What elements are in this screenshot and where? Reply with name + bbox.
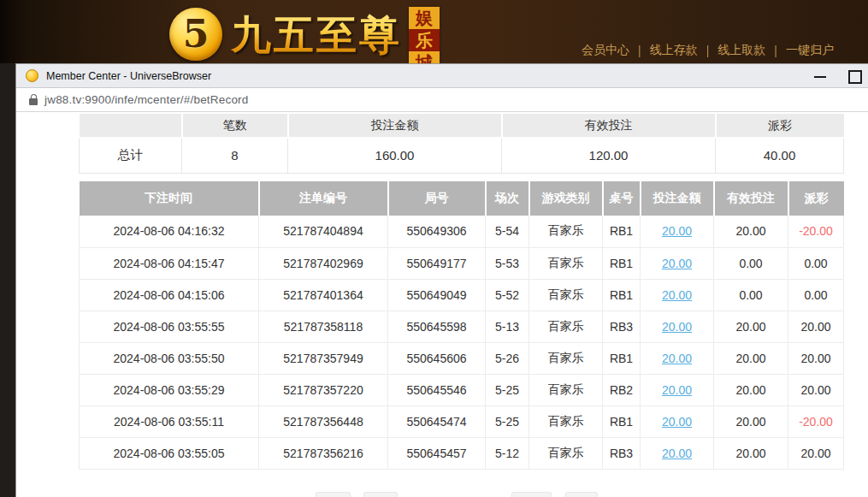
table-cell: 20.00: [641, 279, 714, 311]
site-header: 5 九五至尊 娱 乐 城 会员中心 | 线上存款 | 线上取款 | 一键归户: [0, 0, 868, 63]
table-cell: 2024-08-06 04:16:32: [80, 216, 259, 247]
table-cell: 521787358118: [259, 311, 388, 342]
address-bar[interactable]: jw88.tv:9900/infe/mcenter/#/betRecord: [16, 88, 868, 112]
table-cell: 20.00: [641, 437, 714, 469]
column-header: 下注时间: [80, 181, 259, 216]
page-content: 笔数投注金额有效投注派彩 总计8160.00120.0040.00 下注时间注单…: [16, 112, 868, 497]
table-cell: 521787356448: [259, 405, 388, 437]
pagination-button[interactable]: [316, 492, 351, 497]
table-row: 总计8160.00120.0040.00: [80, 138, 844, 173]
table-row: 2024-08-06 04:15:47521787402969550649177…: [80, 247, 844, 279]
bet-body: 2024-08-06 04:16:32521787404894550649306…: [80, 216, 844, 469]
bet-amount-link[interactable]: 20.00: [662, 383, 692, 397]
table-cell: 20.00: [714, 216, 788, 247]
window-app-icon: [26, 69, 38, 82]
brand-name: 九五至尊: [231, 9, 402, 61]
table-cell: 百家乐: [529, 311, 603, 342]
table-cell: 5-53: [486, 247, 529, 279]
nav-separator: |: [706, 44, 710, 57]
top-nav: 会员中心 | 线上存款 | 线上取款 | 一键归户: [582, 43, 834, 58]
table-cell: 2024-08-06 03:55:50: [80, 342, 259, 374]
table-cell: 20.00: [641, 216, 714, 247]
bet-amount-link[interactable]: 20.00: [662, 224, 692, 238]
table-cell: 550645457: [388, 437, 486, 469]
column-header: 投注金额: [641, 181, 714, 216]
table-cell: 550649306: [388, 216, 486, 247]
window-title-bar[interactable]: Member Center - UniverseBrowser: [16, 64, 868, 88]
table-row: 2024-08-06 03:55:55521787358118550645598…: [80, 311, 844, 342]
table-cell: 2024-08-06 04:15:47: [80, 247, 259, 279]
table-cell: 550645546: [388, 374, 486, 405]
summary-body: 总计8160.00120.0040.00: [80, 138, 844, 173]
table-row: 2024-08-06 03:55:29521787357220550645546…: [80, 374, 844, 405]
table-cell: RB1: [603, 279, 641, 311]
pagination-button[interactable]: [565, 492, 598, 497]
bet-amount-link[interactable]: 20.00: [662, 352, 692, 365]
column-header: 投注金额: [288, 114, 502, 138]
table-cell: 5-25: [486, 405, 529, 437]
table-cell: RB1: [603, 216, 641, 247]
table-cell: 2024-08-06 03:55:05: [80, 437, 259, 469]
table-cell: 8: [182, 138, 288, 173]
table-cell: 521787357220: [259, 374, 388, 405]
bet-amount-link[interactable]: 20.00: [662, 257, 692, 270]
table-cell: 550645474: [388, 405, 486, 437]
bet-record-table: 下注时间注单编号局号场次游戏类别桌号投注金额有效投注派彩 2024-08-06 …: [79, 181, 844, 470]
table-cell: 40.00: [716, 138, 844, 173]
pagination-button[interactable]: [363, 492, 398, 497]
table-row: 2024-08-06 04:15:06521787401364550649049…: [80, 279, 844, 311]
table-cell: 20.00: [714, 437, 788, 469]
column-header: 桌号: [603, 181, 641, 216]
column-header: 派彩: [716, 114, 844, 138]
brand-logo-icon: 5: [169, 8, 222, 61]
table-cell: 120.00: [502, 138, 716, 173]
column-header: 场次: [486, 181, 529, 216]
table-cell: -20.00: [788, 405, 844, 437]
minimize-button-icon[interactable]: [807, 64, 833, 88]
table-cell: 550645598: [388, 311, 486, 342]
table-cell: 5-13: [486, 311, 529, 342]
table-cell: 20.00: [641, 374, 714, 405]
table-cell: 2024-08-06 03:55:11: [80, 405, 259, 437]
table-cell: 550649177: [388, 247, 486, 279]
table-cell: 20.00: [714, 311, 788, 342]
table-cell: 550645606: [388, 342, 486, 374]
window-title: Member Center - UniverseBrowser: [46, 70, 211, 82]
table-cell: 5-25: [486, 374, 529, 405]
column-header: 游戏类别: [529, 181, 603, 216]
maximize-button-icon[interactable]: [841, 64, 867, 88]
table-cell: -20.00: [788, 216, 844, 247]
table-cell: RB1: [603, 342, 641, 374]
table-cell: 百家乐: [529, 374, 603, 405]
browser-window: Member Center - UniverseBrowser jw88.tv:…: [15, 63, 868, 497]
badge-char: 娱: [409, 7, 440, 29]
table-cell: RB3: [603, 437, 641, 469]
table-cell: 20.00: [714, 342, 788, 374]
table-cell: 5-12: [486, 437, 529, 469]
lock-icon: [29, 94, 38, 105]
table-cell: 百家乐: [529, 247, 603, 279]
table-cell: 20.00: [641, 247, 714, 279]
nav-online-withdraw[interactable]: 线上取款: [717, 43, 765, 58]
brand-badge: 娱 乐 城: [409, 7, 440, 63]
bet-amount-link[interactable]: 20.00: [662, 415, 692, 429]
url-text[interactable]: jw88.tv:9900/infe/mcenter/#/betRecord: [44, 93, 249, 106]
table-cell: 5-26: [486, 342, 529, 374]
table-cell: 20.00: [641, 311, 714, 342]
table-cell: 5-54: [486, 216, 529, 247]
column-header: 派彩: [788, 181, 844, 216]
pagination-button[interactable]: [511, 492, 552, 497]
bet-amount-link[interactable]: 20.00: [662, 288, 692, 302]
nav-one-key-transfer[interactable]: 一键归户: [786, 43, 834, 58]
bet-amount-link[interactable]: 20.00: [662, 447, 692, 460]
table-cell: 0.00: [714, 247, 788, 279]
nav-separator: |: [774, 44, 777, 57]
table-cell: 总计: [80, 138, 182, 173]
table-cell: 20.00: [641, 342, 714, 374]
nav-member-center[interactable]: 会员中心: [582, 43, 629, 58]
badge-char: 乐: [409, 29, 440, 51]
nav-online-deposit[interactable]: 线上存款: [650, 43, 698, 58]
table-row: 2024-08-06 04:16:32521787404894550649306…: [80, 216, 844, 247]
bet-amount-link[interactable]: 20.00: [662, 320, 692, 334]
table-cell: 521787357949: [259, 342, 388, 374]
